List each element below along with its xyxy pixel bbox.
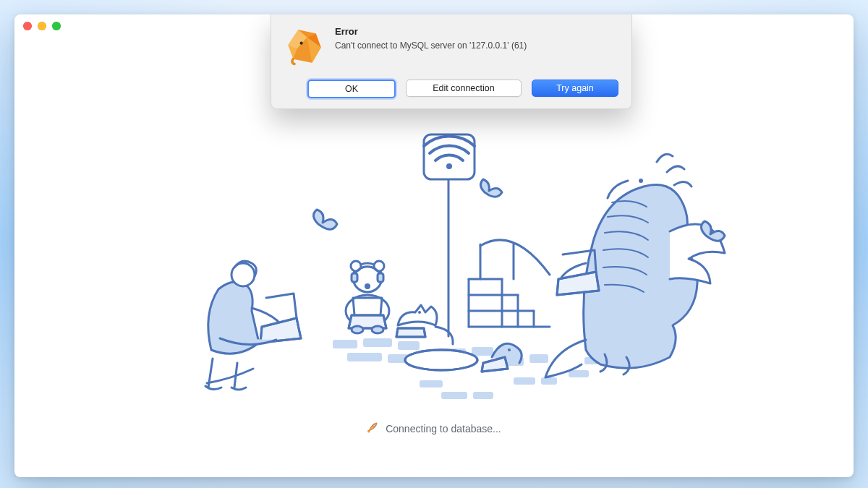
try-again-button[interactable]: Try again — [532, 80, 618, 97]
svg-rect-13 — [541, 377, 557, 385]
rocket-icon — [367, 421, 378, 435]
svg-point-30 — [352, 326, 363, 333]
svg-rect-9 — [441, 392, 467, 399]
svg-rect-14 — [569, 370, 589, 377]
svg-rect-15 — [584, 357, 609, 364]
status-line: Connecting to database... — [14, 421, 854, 435]
connecting-illustration — [181, 108, 731, 412]
svg-point-24 — [353, 263, 382, 292]
svg-point-26 — [374, 261, 384, 271]
alert-title: Error — [335, 26, 618, 37]
svg-point-17 — [405, 350, 477, 370]
svg-point-25 — [351, 261, 361, 271]
svg-point-34 — [373, 425, 375, 427]
svg-rect-11 — [420, 380, 443, 388]
svg-point-31 — [372, 326, 383, 333]
svg-point-21 — [446, 163, 452, 169]
svg-rect-10 — [473, 392, 493, 399]
svg-rect-1 — [363, 338, 392, 347]
svg-rect-4 — [388, 354, 418, 363]
svg-point-22 — [231, 263, 255, 286]
svg-point-32 — [418, 311, 421, 314]
ok-button-label: OK — [345, 84, 358, 94]
svg-point-29 — [365, 283, 370, 289]
status-text: Connecting to database... — [386, 423, 501, 435]
ok-button[interactable]: OK — [307, 80, 396, 98]
svg-rect-7 — [499, 357, 524, 366]
svg-rect-27 — [352, 273, 357, 282]
app-window: Connecting to database... — [14, 14, 854, 477]
svg-rect-2 — [398, 341, 420, 350]
alert-message: Can't connect to MySQL server on '127.0.… — [335, 40, 618, 51]
svg-rect-12 — [514, 377, 535, 385]
error-alert: Error Can't connect to MySQL server on '… — [271, 14, 632, 109]
edit-connection-button-label: Edit connection — [433, 83, 494, 93]
svg-point-18 — [508, 348, 511, 351]
svg-rect-0 — [333, 340, 357, 348]
svg-rect-8 — [529, 354, 548, 363]
svg-rect-5 — [438, 348, 466, 357]
app-icon — [284, 26, 325, 67]
svg-point-16 — [405, 350, 477, 370]
svg-rect-20 — [424, 134, 475, 179]
edit-connection-button[interactable]: Edit connection — [406, 80, 522, 97]
alert-button-row: OK Edit connection Try again — [284, 80, 618, 98]
window-content: Connecting to database... — [14, 14, 854, 477]
svg-point-33 — [639, 179, 643, 183]
svg-point-23 — [346, 295, 389, 327]
svg-rect-3 — [347, 353, 382, 361]
svg-point-41 — [300, 42, 303, 45]
svg-rect-6 — [472, 347, 493, 356]
svg-rect-28 — [378, 273, 383, 282]
try-again-button-label: Try again — [556, 83, 594, 93]
